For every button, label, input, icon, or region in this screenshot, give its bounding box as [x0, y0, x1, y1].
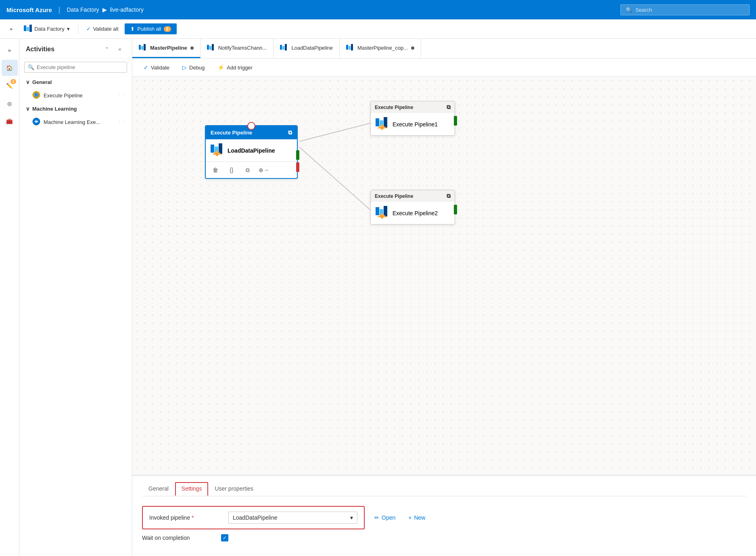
sidebar-btn-monitor[interactable]: ◎	[2, 95, 18, 111]
validate-button[interactable]: ✓ Validate	[139, 62, 174, 73]
svg-rect-21	[219, 143, 222, 154]
tab-notify-label: NotifyTeamsChann...	[218, 45, 267, 51]
add-trigger-button[interactable]: ⚡ Add trigger	[213, 62, 257, 73]
category-ml-toggle[interactable]: ∨ Machine Learning	[23, 103, 129, 115]
pipeline-area: MasterPipeline NotifyTeamsChann...	[132, 39, 756, 556]
wait-label: Wait on completion	[142, 535, 215, 541]
search-icon: 🔍	[626, 7, 632, 13]
pipeline-tab-icon	[139, 44, 147, 52]
data-factory-dropdown[interactable]: Data Factory ▾	[19, 22, 74, 36]
sidebar-btn-home[interactable]: 🏠	[2, 60, 18, 76]
action-bar: ✓ Validate ▷ Debug ⚡ Add trigger	[132, 59, 756, 77]
pipeline-tab-icon-4	[346, 44, 354, 52]
copy-node-button[interactable]: ⧉	[242, 164, 253, 176]
svg-rect-18	[351, 44, 353, 50]
activity-ml-execute[interactable]: Machine Learning Exe... ⋮⋮	[23, 115, 129, 129]
svg-rect-29	[376, 207, 379, 215]
pencil-icon: ✏	[374, 514, 379, 521]
collapse-panel-button[interactable]: «	[114, 44, 125, 55]
breadcrumb-live[interactable]: live-adfactory	[110, 6, 144, 13]
invoked-pipeline-dropdown[interactable]: LoadDataPipeline ▾	[228, 512, 357, 524]
external-link-icon-1[interactable]: ⧉	[447, 104, 451, 111]
wait-checkbox[interactable]: ✓	[221, 534, 228, 541]
tab-master-pipeline[interactable]: MasterPipeline	[132, 39, 200, 58]
tab-mastercopy-label: MasterPipeline_cop...	[357, 45, 408, 51]
tab-load[interactable]: LoadDataPipeline	[274, 39, 340, 58]
tab-settings[interactable]: Settings	[175, 482, 209, 496]
pipeline-node-load[interactable]: Execute Pipeline ⧉	[205, 125, 298, 179]
svg-rect-24	[376, 118, 379, 126]
external-link-icon-2[interactable]: ⧉	[447, 193, 451, 199]
invoked-pipeline-section: Invoked pipeline * LoadDataPipeline ▾	[142, 506, 365, 529]
breadcrumb-datafactory[interactable]: Data Factory	[67, 6, 99, 13]
pipeline-canvas[interactable]: Execute Pipeline ⧉	[132, 77, 756, 475]
debug-button[interactable]: ▷ Debug	[178, 62, 209, 73]
publish-icon: ⬆	[130, 26, 135, 32]
node-icon-load	[211, 143, 223, 157]
ml-icon	[32, 117, 40, 127]
category-ml: ∨ Machine Learning Machine Learning Exe.…	[19, 103, 132, 129]
search-bar[interactable]: 🔍	[620, 4, 750, 15]
node-header-label: Execute Pipeline	[211, 130, 252, 136]
svg-rect-9	[144, 44, 146, 50]
publish-all-button[interactable]: ⬆ Publish all 2	[125, 23, 176, 34]
svg-rect-17	[349, 46, 351, 50]
tab-load-label: LoadDataPipeline	[291, 45, 333, 51]
collapse-button[interactable]: ⌃	[101, 44, 113, 55]
sidebar-btn-manage[interactable]: 🧰	[2, 113, 18, 129]
svg-rect-15	[285, 44, 287, 50]
open-button[interactable]: ✏ Open	[371, 512, 399, 523]
notification-badge: 2	[10, 79, 16, 84]
svg-rect-7	[139, 45, 141, 50]
data-factory-label: Data Factory	[34, 26, 64, 32]
svg-rect-12	[212, 44, 214, 50]
breadcrumb-arrow: ▶	[102, 6, 107, 13]
wait-completion-row: Wait on completion ✓	[142, 534, 746, 541]
execute-pipeline-icon	[32, 91, 40, 100]
svg-rect-4	[35, 93, 37, 97]
plus-icon: +	[408, 514, 411, 521]
settings-tabs: General Settings User properties	[142, 482, 746, 496]
node-body-2: Execute Pipeline2	[371, 202, 455, 224]
node-icon-2	[376, 206, 388, 220]
tab-user-properties[interactable]: User properties	[208, 482, 260, 496]
activity-search-box[interactable]: 🔍	[24, 62, 127, 73]
sidebar-btn-expand[interactable]: »	[2, 42, 18, 58]
chevron-down-icon: ∨	[26, 106, 30, 112]
pipeline-node-1[interactable]: Execute Pipeline ⧉	[370, 101, 455, 136]
tab-notify[interactable]: NotifyTeamsChann...	[200, 39, 274, 58]
node-footer: 🗑 {} ⧉ ⊕→	[206, 162, 297, 178]
pipeline-tab-icon-2	[207, 44, 215, 52]
validate-all-button[interactable]: ✓ Validate all	[81, 23, 123, 34]
activity-search-input[interactable]	[37, 64, 123, 70]
json-node-button[interactable]: {}	[226, 164, 237, 176]
dropdown-arrow-icon: ▾	[350, 514, 353, 521]
connect-node-button[interactable]: ⊕→	[258, 164, 269, 176]
tab-general[interactable]: General	[142, 482, 175, 496]
home-icon: 🏠	[6, 65, 13, 71]
svg-rect-16	[346, 45, 348, 50]
svg-rect-1	[27, 27, 29, 31]
delete-node-button[interactable]: 🗑	[210, 164, 221, 176]
nav-separator: |	[58, 6, 61, 14]
node-body-label-1: Execute Pipeline1	[393, 121, 438, 128]
node-header-1: Execute Pipeline ⧉	[371, 101, 455, 113]
tab-mastercopy[interactable]: MasterPipeline_cop...	[340, 39, 421, 58]
activity-execute-pipeline[interactable]: Execute Pipeline ⋮⋮	[23, 88, 129, 103]
tab-unsaved-dot-2	[411, 46, 414, 50]
expand-sidebar-button[interactable]: »	[5, 23, 17, 34]
sidebar-btn-edit[interactable]: ✏️ 2	[2, 78, 18, 94]
activities-header: Activities ⌃ «	[19, 39, 132, 59]
svg-line-34	[300, 123, 370, 141]
search-input[interactable]	[635, 7, 744, 13]
checkbox-check-icon: ✓	[223, 535, 227, 541]
manage-icon: 🧰	[6, 118, 13, 124]
drag-handle-ml: ⋮⋮	[117, 120, 125, 124]
category-general-toggle[interactable]: ∨ General	[23, 76, 129, 88]
external-link-icon[interactable]: ⧉	[288, 129, 292, 136]
pipeline-node-2[interactable]: Execute Pipeline ⧉	[370, 190, 455, 224]
tab-unsaved-dot	[190, 46, 194, 50]
settings-content: Invoked pipeline * LoadDataPipeline ▾ ✏	[142, 503, 746, 550]
new-button[interactable]: + New	[405, 512, 428, 523]
invoked-pipeline-row: Invoked pipeline * LoadDataPipeline ▾ ✏	[142, 506, 746, 529]
